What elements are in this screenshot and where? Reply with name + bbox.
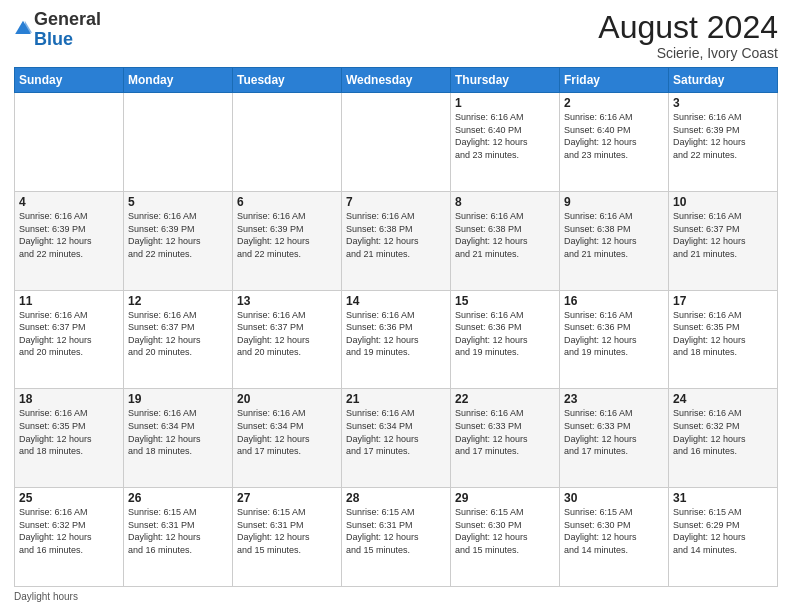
day-number: 12	[128, 294, 228, 308]
week-row-3: 11Sunrise: 6:16 AM Sunset: 6:37 PM Dayli…	[15, 290, 778, 389]
day-number: 1	[455, 96, 555, 110]
calendar-cell	[233, 93, 342, 192]
calendar-cell: 3Sunrise: 6:16 AM Sunset: 6:39 PM Daylig…	[669, 93, 778, 192]
calendar-table: SundayMondayTuesdayWednesdayThursdayFrid…	[14, 67, 778, 587]
week-row-2: 4Sunrise: 6:16 AM Sunset: 6:39 PM Daylig…	[15, 191, 778, 290]
day-number: 19	[128, 392, 228, 406]
weekday-header-saturday: Saturday	[669, 68, 778, 93]
weekday-header-sunday: Sunday	[15, 68, 124, 93]
day-number: 6	[237, 195, 337, 209]
svg-marker-1	[25, 21, 32, 33]
calendar-cell: 26Sunrise: 6:15 AM Sunset: 6:31 PM Dayli…	[124, 488, 233, 587]
day-info: Sunrise: 6:16 AM Sunset: 6:37 PM Dayligh…	[237, 309, 337, 359]
day-info: Sunrise: 6:16 AM Sunset: 6:36 PM Dayligh…	[455, 309, 555, 359]
day-number: 3	[673, 96, 773, 110]
month-year: August 2024	[598, 10, 778, 45]
calendar-cell: 29Sunrise: 6:15 AM Sunset: 6:30 PM Dayli…	[451, 488, 560, 587]
week-row-1: 1Sunrise: 6:16 AM Sunset: 6:40 PM Daylig…	[15, 93, 778, 192]
day-number: 8	[455, 195, 555, 209]
calendar-cell: 31Sunrise: 6:15 AM Sunset: 6:29 PM Dayli…	[669, 488, 778, 587]
day-info: Sunrise: 6:16 AM Sunset: 6:40 PM Dayligh…	[564, 111, 664, 161]
calendar-cell: 17Sunrise: 6:16 AM Sunset: 6:35 PM Dayli…	[669, 290, 778, 389]
day-number: 28	[346, 491, 446, 505]
day-info: Sunrise: 6:16 AM Sunset: 6:36 PM Dayligh…	[564, 309, 664, 359]
calendar-cell: 21Sunrise: 6:16 AM Sunset: 6:34 PM Dayli…	[342, 389, 451, 488]
day-info: Sunrise: 6:16 AM Sunset: 6:34 PM Dayligh…	[237, 407, 337, 457]
calendar-cell: 25Sunrise: 6:16 AM Sunset: 6:32 PM Dayli…	[15, 488, 124, 587]
weekday-header-tuesday: Tuesday	[233, 68, 342, 93]
calendar-cell: 4Sunrise: 6:16 AM Sunset: 6:39 PM Daylig…	[15, 191, 124, 290]
day-number: 5	[128, 195, 228, 209]
day-info: Sunrise: 6:16 AM Sunset: 6:38 PM Dayligh…	[455, 210, 555, 260]
day-number: 23	[564, 392, 664, 406]
title-block: August 2024 Scierie, Ivory Coast	[598, 10, 778, 61]
day-number: 2	[564, 96, 664, 110]
day-number: 21	[346, 392, 446, 406]
day-info: Sunrise: 6:15 AM Sunset: 6:30 PM Dayligh…	[564, 506, 664, 556]
calendar-cell: 11Sunrise: 6:16 AM Sunset: 6:37 PM Dayli…	[15, 290, 124, 389]
day-info: Sunrise: 6:15 AM Sunset: 6:29 PM Dayligh…	[673, 506, 773, 556]
day-number: 30	[564, 491, 664, 505]
day-info: Sunrise: 6:16 AM Sunset: 6:37 PM Dayligh…	[673, 210, 773, 260]
day-number: 24	[673, 392, 773, 406]
weekday-header-monday: Monday	[124, 68, 233, 93]
logo-blue: Blue	[34, 29, 73, 49]
day-number: 26	[128, 491, 228, 505]
calendar-cell	[342, 93, 451, 192]
day-number: 22	[455, 392, 555, 406]
logo-general: General	[34, 9, 101, 29]
calendar-cell: 18Sunrise: 6:16 AM Sunset: 6:35 PM Dayli…	[15, 389, 124, 488]
calendar-cell: 12Sunrise: 6:16 AM Sunset: 6:37 PM Dayli…	[124, 290, 233, 389]
calendar-cell: 23Sunrise: 6:16 AM Sunset: 6:33 PM Dayli…	[560, 389, 669, 488]
day-number: 27	[237, 491, 337, 505]
day-info: Sunrise: 6:16 AM Sunset: 6:33 PM Dayligh…	[564, 407, 664, 457]
day-info: Sunrise: 6:16 AM Sunset: 6:38 PM Dayligh…	[564, 210, 664, 260]
day-info: Sunrise: 6:16 AM Sunset: 6:39 PM Dayligh…	[673, 111, 773, 161]
calendar-cell: 20Sunrise: 6:16 AM Sunset: 6:34 PM Dayli…	[233, 389, 342, 488]
weekday-header-row: SundayMondayTuesdayWednesdayThursdayFrid…	[15, 68, 778, 93]
day-number: 9	[564, 195, 664, 209]
calendar-cell: 10Sunrise: 6:16 AM Sunset: 6:37 PM Dayli…	[669, 191, 778, 290]
day-number: 20	[237, 392, 337, 406]
day-number: 14	[346, 294, 446, 308]
week-row-5: 25Sunrise: 6:16 AM Sunset: 6:32 PM Dayli…	[15, 488, 778, 587]
calendar-cell: 9Sunrise: 6:16 AM Sunset: 6:38 PM Daylig…	[560, 191, 669, 290]
day-number: 10	[673, 195, 773, 209]
week-row-4: 18Sunrise: 6:16 AM Sunset: 6:35 PM Dayli…	[15, 389, 778, 488]
day-number: 25	[19, 491, 119, 505]
day-info: Sunrise: 6:16 AM Sunset: 6:35 PM Dayligh…	[19, 407, 119, 457]
day-number: 7	[346, 195, 446, 209]
page: General Blue August 2024 Scierie, Ivory …	[0, 0, 792, 612]
calendar-cell: 16Sunrise: 6:16 AM Sunset: 6:36 PM Dayli…	[560, 290, 669, 389]
calendar-cell	[15, 93, 124, 192]
day-number: 16	[564, 294, 664, 308]
day-info: Sunrise: 6:15 AM Sunset: 6:31 PM Dayligh…	[346, 506, 446, 556]
day-info: Sunrise: 6:16 AM Sunset: 6:32 PM Dayligh…	[19, 506, 119, 556]
day-number: 15	[455, 294, 555, 308]
calendar-cell: 27Sunrise: 6:15 AM Sunset: 6:31 PM Dayli…	[233, 488, 342, 587]
day-info: Sunrise: 6:16 AM Sunset: 6:33 PM Dayligh…	[455, 407, 555, 457]
day-info: Sunrise: 6:15 AM Sunset: 6:31 PM Dayligh…	[237, 506, 337, 556]
day-info: Sunrise: 6:16 AM Sunset: 6:39 PM Dayligh…	[237, 210, 337, 260]
logo-text: General Blue	[34, 10, 101, 50]
calendar-cell: 13Sunrise: 6:16 AM Sunset: 6:37 PM Dayli…	[233, 290, 342, 389]
day-info: Sunrise: 6:16 AM Sunset: 6:40 PM Dayligh…	[455, 111, 555, 161]
header: General Blue August 2024 Scierie, Ivory …	[14, 10, 778, 61]
calendar-cell: 28Sunrise: 6:15 AM Sunset: 6:31 PM Dayli…	[342, 488, 451, 587]
calendar-cell: 8Sunrise: 6:16 AM Sunset: 6:38 PM Daylig…	[451, 191, 560, 290]
day-info: Sunrise: 6:16 AM Sunset: 6:37 PM Dayligh…	[19, 309, 119, 359]
location: Scierie, Ivory Coast	[598, 45, 778, 61]
day-info: Sunrise: 6:16 AM Sunset: 6:38 PM Dayligh…	[346, 210, 446, 260]
day-info: Sunrise: 6:15 AM Sunset: 6:31 PM Dayligh…	[128, 506, 228, 556]
weekday-header-thursday: Thursday	[451, 68, 560, 93]
logo-icon	[14, 19, 32, 37]
calendar-cell: 1Sunrise: 6:16 AM Sunset: 6:40 PM Daylig…	[451, 93, 560, 192]
day-info: Sunrise: 6:16 AM Sunset: 6:36 PM Dayligh…	[346, 309, 446, 359]
calendar-cell: 22Sunrise: 6:16 AM Sunset: 6:33 PM Dayli…	[451, 389, 560, 488]
calendar-cell: 19Sunrise: 6:16 AM Sunset: 6:34 PM Dayli…	[124, 389, 233, 488]
calendar-cell: 14Sunrise: 6:16 AM Sunset: 6:36 PM Dayli…	[342, 290, 451, 389]
day-info: Sunrise: 6:16 AM Sunset: 6:32 PM Dayligh…	[673, 407, 773, 457]
day-info: Sunrise: 6:16 AM Sunset: 6:35 PM Dayligh…	[673, 309, 773, 359]
day-info: Sunrise: 6:16 AM Sunset: 6:37 PM Dayligh…	[128, 309, 228, 359]
calendar-cell: 30Sunrise: 6:15 AM Sunset: 6:30 PM Dayli…	[560, 488, 669, 587]
